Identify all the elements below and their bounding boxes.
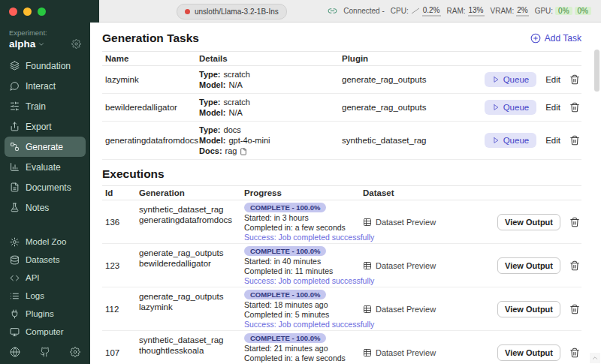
ram-label: RAM: [447, 7, 466, 15]
success-text: Success: Job completed successfully [244, 276, 360, 286]
started-text: Started: in 3 hours [244, 213, 360, 223]
vertical-scrollbar-thumb[interactable] [594, 50, 599, 92]
edit-button[interactable]: Edit [545, 103, 560, 112]
execution-generation: generate_rag_outputs bewilderedalligator [136, 244, 241, 269]
dataset-preview-button[interactable]: Dataset Preview [363, 218, 436, 227]
gpu-mem-value: 0% [575, 7, 591, 15]
column-id: Id [102, 188, 136, 197]
delete-task-button[interactable] [569, 102, 580, 113]
minimize-window-button[interactable] [23, 8, 32, 16]
column-details: Details [196, 54, 339, 63]
close-window-button[interactable] [9, 8, 17, 16]
completed-text: Completed in: 11 minutes [244, 266, 360, 276]
sidebar-item-api[interactable]: API [5, 269, 86, 287]
sidebar-item-train[interactable]: Train [5, 96, 86, 116]
connection-link-icon [328, 6, 337, 16]
chevron-up-icon [591, 354, 599, 362]
trash-icon [569, 135, 580, 146]
cpu-sparkline-icon [411, 8, 420, 14]
play-icon [492, 104, 500, 111]
sidebar-item-foundation[interactable]: Foundation [5, 56, 86, 76]
task-plugin: synthetic_dataset_rag [339, 136, 469, 145]
titlebar: unsloth/Llama-3.2-1B-Ins Connected - CPU… [0, 0, 601, 23]
sidebar-item-documents[interactable]: Documents [5, 177, 86, 197]
delete-task-button[interactable] [569, 135, 580, 146]
add-task-button[interactable]: Add Task [530, 33, 581, 44]
edit-button[interactable]: Edit [545, 75, 560, 84]
sidebar-item-computer[interactable]: Computer [5, 323, 86, 341]
dataset-preview-button[interactable]: Dataset Preview [363, 348, 436, 357]
delete-execution-button[interactable] [569, 347, 580, 358]
grid-icon [363, 305, 372, 314]
column-plugin: Plugin [339, 54, 469, 63]
trash-icon [569, 260, 580, 271]
execution-progress: COMPLETE - 100.0% Started: in 3 hours Co… [241, 200, 360, 242]
sidebar-item-interact[interactable]: Interact [5, 76, 86, 96]
view-output-button[interactable]: View Output [497, 301, 560, 317]
github-icon[interactable] [40, 347, 50, 357]
dataset-preview-label: Dataset Preview [376, 218, 436, 227]
delete-execution-button[interactable] [569, 260, 580, 271]
system-stats: Connected - CPU: 0.2% RAM: 13% VRAM: 2% … [328, 6, 591, 17]
sidebar-item-model-zoo[interactable]: Model Zoo [5, 233, 86, 251]
experiment-selector[interactable]: alpha [0, 37, 90, 56]
task-details: Type:scratch Model:N/A [196, 97, 339, 118]
view-output-button[interactable]: View Output [497, 214, 560, 230]
layers-icon [10, 61, 20, 71]
main-content: Generation Tasks Add Task Name Details P… [90, 23, 601, 364]
file-icon [240, 148, 247, 155]
scroll-up-button[interactable] [590, 353, 600, 363]
task-row: bewilderedalligator Type:scratch Model:N… [102, 94, 581, 122]
delete-execution-button[interactable] [569, 304, 580, 314]
trash-icon [569, 217, 580, 227]
completed-text: Completed in: 5 minutes [244, 310, 360, 320]
queue-button[interactable]: Queue [485, 100, 537, 115]
sidebar-item-label: Export [26, 122, 52, 132]
globe-icon[interactable] [10, 347, 20, 357]
generation-task: lazymink [139, 302, 241, 312]
column-name: Name [102, 54, 196, 63]
sidebar-item-plugins[interactable]: Plugins [5, 305, 86, 323]
view-output-button[interactable]: View Output [497, 344, 560, 361]
queue-button[interactable]: Queue [485, 72, 537, 87]
delete-execution-button[interactable] [569, 217, 580, 227]
grid-icon [363, 261, 372, 270]
sidebar-item-logs[interactable]: Logs [5, 287, 86, 305]
executions-title: Executions [102, 167, 165, 181]
detail-key: Type: [199, 70, 221, 79]
view-output-button[interactable]: View Output [497, 257, 560, 274]
generation-tasks-title: Generation Tasks [102, 32, 199, 45]
dataset-preview-button[interactable]: Dataset Preview [363, 261, 436, 270]
dataset-preview-label: Dataset Preview [376, 348, 436, 357]
dataset-preview-button[interactable]: Dataset Preview [363, 305, 436, 314]
sidebar-item-evaluate[interactable]: Evaluate [5, 157, 86, 177]
sidebar-item-generate[interactable]: Generate [5, 137, 86, 157]
task-name: bewilderedalligator [102, 103, 196, 112]
status-badge: COMPLETE - 100.0% [244, 203, 326, 212]
sidebar-main-nav: Foundation Interact Train Export Generat… [0, 56, 90, 218]
dataset-preview-label: Dataset Preview [376, 305, 436, 314]
traffic-lights [0, 0, 99, 23]
edit-button[interactable]: Edit [545, 136, 560, 145]
task-plugin: generate_rag_outputs [339, 75, 469, 84]
grid-icon [363, 348, 372, 357]
detail-value: gpt-4o-mini [228, 136, 270, 145]
settings-gear-icon[interactable] [70, 347, 80, 357]
vram-stat: VRAM: 2% [491, 6, 529, 17]
sidebar-item-notes[interactable]: Notes [5, 197, 86, 218]
execution-id: 123 [102, 261, 136, 270]
delete-task-button[interactable] [569, 74, 580, 85]
execution-id: 107 [102, 348, 136, 357]
flask-icon [10, 203, 20, 212]
zoom-window-button[interactable] [38, 8, 46, 16]
queue-button[interactable]: Queue [485, 133, 537, 148]
current-model-badge[interactable]: unsloth/Llama-3.2-1B-Ins [177, 4, 287, 20]
task-row: generatingdatafromdocs Type:docs Model:g… [102, 122, 581, 160]
sidebar-item-export[interactable]: Export [5, 116, 86, 137]
experiment-name: alpha [9, 38, 35, 50]
task-details: Type:scratch Model:N/A [196, 69, 339, 90]
detail-value: scratch [224, 70, 250, 79]
sidebar-item-datasets[interactable]: Datasets [5, 251, 86, 269]
experiment-settings-button[interactable] [71, 39, 81, 49]
detail-key: Type: [199, 98, 221, 107]
